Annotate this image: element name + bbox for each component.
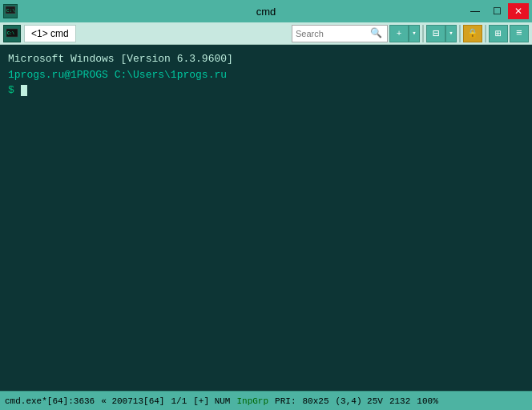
add-dropdown[interactable]: ▾ — [409, 25, 420, 42]
search-icon[interactable]: 🔍 — [369, 27, 382, 40]
view-button-group: ⊟ ▾ — [426, 25, 457, 42]
window-title: cmd — [256, 6, 276, 18]
cursor — [21, 85, 27, 96]
status-pri: PRI: — [275, 396, 296, 406]
search-box[interactable]: 🔍 — [292, 25, 388, 42]
terminal-area[interactable]: Microsoft Windows [Version 6.3.9600] 1pr… — [0, 45, 532, 391]
maximize-button[interactable]: ☐ — [486, 3, 507, 19]
status-mode: InpGrp — [236, 396, 268, 406]
window-controls: — ☐ ✕ — [465, 3, 529, 19]
tab-cmd[interactable]: <1> cmd — [24, 25, 76, 42]
status-process: cmd.exe*[64]:3636 — [5, 396, 95, 406]
search-area: 🔍 + ▾ ⊟ ▾ 🔒 ⊞ ≡ — [292, 25, 529, 42]
minimize-button[interactable]: — — [465, 3, 486, 19]
term-prompt-line: $ — [8, 82, 524, 98]
svg-text:C:\: C:\ — [7, 31, 14, 36]
layout-button[interactable]: ⊞ — [489, 25, 508, 42]
status-position: 1/1 — [171, 396, 187, 406]
term-line-1: Microsoft Windows [Version 6.3.9600] — [8, 51, 524, 67]
app-icon: C:\ — [3, 4, 18, 18]
status-size: 80x25 — [302, 396, 328, 406]
status-zoom: 100% — [417, 396, 437, 406]
menu-button[interactable]: ≡ — [510, 25, 529, 42]
add-button[interactable]: + — [389, 25, 409, 42]
status-bar: cmd.exe*[64]:3636 « 200713[64] 1/1 [+] N… — [0, 391, 532, 410]
status-coords: (3,4) 25V — [336, 396, 383, 406]
view-button[interactable]: ⊟ — [426, 25, 445, 42]
tab-app-icon: C:\ — [3, 25, 21, 42]
title-bar-left: C:\ — [3, 4, 18, 18]
add-button-group: + ▾ — [389, 25, 420, 42]
close-button[interactable]: ✕ — [508, 3, 529, 19]
lock-button[interactable]: 🔒 — [463, 25, 482, 42]
view-dropdown[interactable]: ▾ — [445, 25, 457, 42]
toolbar-separator-1 — [422, 25, 424, 42]
status-col: 2132 — [389, 396, 410, 406]
title-bar: C:\ cmd — ☐ ✕ — [0, 0, 532, 22]
status-flags: [+] NUM — [193, 396, 230, 406]
tab-bar: C:\ <1> cmd 🔍 + ▾ ⊟ ▾ 🔒 ⊞ ≡ — [0, 22, 532, 45]
status-offset: « 200713[64] — [101, 396, 164, 406]
toolbar-separator-3 — [485, 25, 486, 42]
search-input[interactable] — [296, 29, 368, 38]
term-line-2: 1progs.ru@1PROGS C:\Users\1progs.ru — [8, 67, 524, 83]
toolbar-separator-2 — [459, 25, 461, 42]
svg-text:C:\: C:\ — [6, 8, 15, 14]
